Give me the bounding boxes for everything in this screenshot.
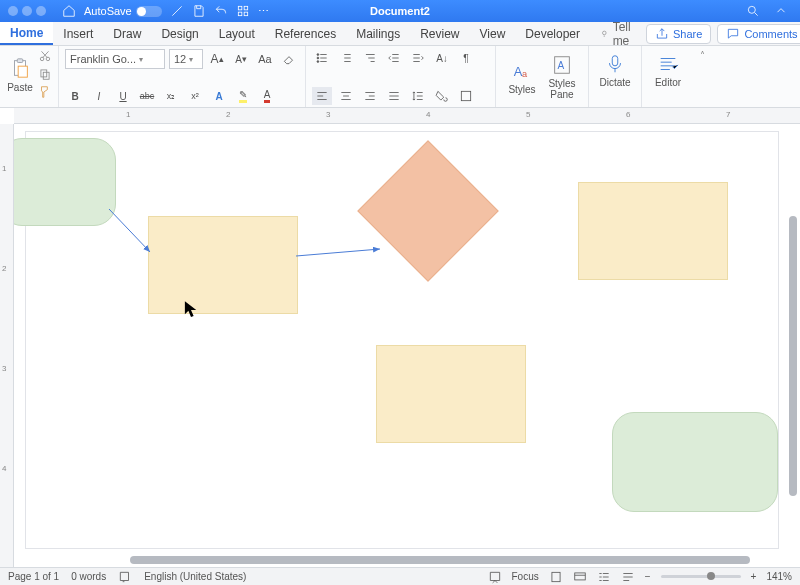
editor-group: Editor [642, 46, 694, 107]
more-icon[interactable]: ⋯ [258, 5, 269, 18]
home-icon[interactable] [62, 4, 76, 18]
copy-icon[interactable] [38, 67, 52, 81]
text-effects-button[interactable]: A [209, 87, 229, 105]
font-color-button[interactable]: A [257, 87, 277, 105]
shading-button[interactable] [432, 87, 452, 105]
ribbon: Paste Franklin Go...▾ 12▾ A▴ A▾ Aa B I U… [0, 46, 800, 108]
tab-references[interactable]: References [265, 22, 346, 45]
ruler-horizontal[interactable]: 1 2 3 4 5 6 7 [14, 108, 800, 124]
arrow-connector[interactable] [296, 249, 380, 256]
bullets-button[interactable] [312, 49, 332, 67]
indent-left-button[interactable] [384, 49, 404, 67]
process-shape[interactable] [148, 216, 298, 314]
print-layout-icon[interactable] [549, 570, 563, 584]
undo-icon[interactable] [214, 4, 228, 18]
cut-icon[interactable] [38, 49, 52, 63]
zoom-slider[interactable] [661, 575, 741, 578]
show-marks-button[interactable]: ¶ [456, 49, 476, 67]
borders-button[interactable] [456, 87, 476, 105]
spellcheck-icon[interactable] [118, 570, 132, 584]
page-indicator[interactable]: Page 1 of 1 [8, 571, 59, 582]
strike-button[interactable]: abc [137, 87, 157, 105]
svg-point-13 [317, 54, 319, 56]
numbering-button[interactable] [336, 49, 356, 67]
sort-button[interactable]: A↓ [432, 49, 452, 67]
search-icon[interactable] [746, 4, 760, 18]
superscript-button[interactable]: x² [185, 87, 205, 105]
zoom-out-button[interactable]: − [645, 571, 651, 582]
change-case-button[interactable]: Aa [255, 50, 275, 68]
bold-button[interactable]: B [65, 87, 85, 105]
horizontal-scrollbar[interactable] [130, 556, 778, 565]
tab-developer[interactable]: Developer [515, 22, 590, 45]
tell-me[interactable]: Tell me [590, 22, 646, 45]
tab-layout[interactable]: Layout [209, 22, 265, 45]
dictate-button[interactable]: Dictate [595, 49, 635, 92]
page[interactable] [26, 132, 778, 548]
window-controls[interactable] [0, 6, 46, 16]
tab-mailings[interactable]: Mailings [346, 22, 410, 45]
word-count[interactable]: 0 words [71, 571, 106, 582]
save-icon[interactable] [192, 4, 206, 18]
paste-button[interactable]: Paste [6, 55, 34, 93]
styles-label: Styles [508, 84, 535, 95]
font-name-select[interactable]: Franklin Go...▾ [65, 49, 165, 69]
justify-button[interactable] [384, 87, 404, 105]
arrow-connector[interactable] [109, 209, 150, 252]
font-size-select[interactable]: 12▾ [169, 49, 203, 69]
toggle-off-icon[interactable] [136, 6, 162, 17]
paragraph-group: A↓ ¶ [306, 46, 496, 107]
svg-point-14 [317, 57, 319, 59]
web-layout-icon[interactable] [573, 570, 587, 584]
collapse-ribbon-button[interactable]: ˄ [694, 46, 710, 107]
accessibility-icon[interactable] [488, 570, 502, 584]
decision-shape[interactable] [357, 140, 498, 281]
process-shape[interactable] [376, 345, 526, 443]
document-canvas[interactable] [14, 124, 800, 567]
align-right-button[interactable] [360, 87, 380, 105]
indent-right-button[interactable] [408, 49, 428, 67]
highlight-button[interactable]: ✎ [233, 87, 253, 105]
tab-insert[interactable]: Insert [53, 22, 103, 45]
line-spacing-button[interactable] [408, 87, 428, 105]
format-painter-icon[interactable] [38, 85, 52, 99]
grid-icon[interactable] [236, 4, 250, 18]
italic-button[interactable]: I [89, 87, 109, 105]
scrollbar-thumb[interactable] [789, 216, 797, 496]
terminator-shape[interactable] [14, 138, 116, 226]
editor-button[interactable]: Editor [648, 49, 688, 92]
multilevel-button[interactable] [360, 49, 380, 67]
language-indicator[interactable]: English (United States) [144, 571, 246, 582]
align-left-button[interactable] [312, 87, 332, 105]
autosave-toggle[interactable]: AutoSave [84, 5, 162, 17]
tab-draw[interactable]: Draw [103, 22, 151, 45]
scrollbar-thumb[interactable] [130, 556, 750, 564]
align-center-button[interactable] [336, 87, 356, 105]
hide-ribbon-icon[interactable] [774, 4, 788, 18]
terminator-shape[interactable] [612, 412, 778, 512]
ruler-vertical[interactable]: 1 2 3 4 [0, 124, 14, 567]
tab-home[interactable]: Home [0, 22, 53, 45]
zoom-knob[interactable] [707, 572, 715, 580]
process-shape[interactable] [578, 182, 728, 280]
comments-button[interactable]: Comments [717, 24, 800, 44]
tab-design[interactable]: Design [151, 22, 208, 45]
zoom-in-button[interactable]: + [751, 571, 757, 582]
draft-view-icon[interactable] [621, 570, 635, 584]
subscript-button[interactable]: x₂ [161, 87, 181, 105]
tab-view[interactable]: View [470, 22, 516, 45]
line-tool-icon[interactable] [170, 4, 184, 18]
vertical-scrollbar[interactable] [789, 126, 798, 555]
grow-font-button[interactable]: A▴ [207, 50, 227, 68]
svg-rect-23 [574, 572, 585, 579]
zoom-level[interactable]: 141% [766, 571, 792, 582]
tab-review[interactable]: Review [410, 22, 469, 45]
outline-view-icon[interactable] [597, 570, 611, 584]
shrink-font-button[interactable]: A▾ [231, 50, 251, 68]
clear-format-button[interactable] [279, 50, 299, 68]
focus-mode[interactable]: Focus [512, 571, 539, 582]
styles-pane-button[interactable]: A Styles Pane [542, 49, 582, 105]
share-button[interactable]: Share [646, 24, 711, 44]
underline-button[interactable]: U [113, 87, 133, 105]
styles-button[interactable]: Aa Styles [502, 49, 542, 105]
